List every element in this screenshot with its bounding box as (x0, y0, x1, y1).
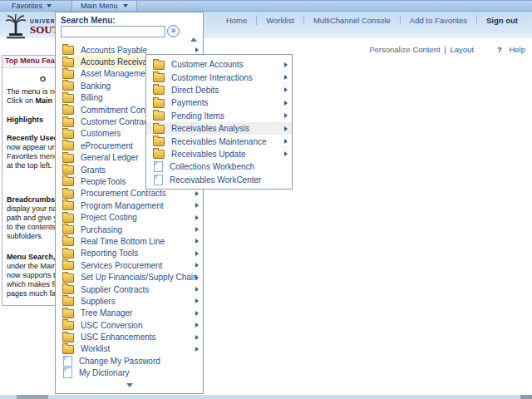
menu-item-label: Receivables Maintenance (171, 137, 267, 146)
menu-item-label: Customers (81, 129, 121, 138)
help-link[interactable]: Help (509, 45, 525, 54)
search-label: Search Menu: (56, 12, 203, 25)
folder-icon (62, 141, 74, 150)
folder-icon (62, 106, 74, 115)
menu-item-label: Tree Manager (81, 308, 132, 318)
search-input[interactable] (61, 26, 165, 37)
menu-item-reporting-tools[interactable]: Reporting Tools (56, 248, 203, 259)
submenu-list: Customer AccountsCustomer InteractionsDi… (146, 58, 292, 186)
folder-icon (62, 214, 74, 223)
horizontal-scrollbar[interactable] (0, 395, 532, 399)
menu-item-worklist[interactable]: Worklist (56, 343, 203, 355)
chevron-down-icon (123, 4, 128, 7)
main-menu-button[interactable]: Main Menu (71, 1, 137, 11)
folder-icon (62, 94, 74, 103)
menu-item-suppliers[interactable]: Suppliers (56, 295, 203, 307)
submenu-arrow-icon (195, 203, 199, 208)
folder-icon (62, 70, 74, 79)
submenu-arrow-icon (195, 251, 199, 256)
submenu-arrow-icon (284, 75, 288, 80)
menu-item-services-procurement[interactable]: Services Procurement (56, 259, 203, 271)
menu-item-label: Program Management (81, 201, 164, 210)
menu-item-receivables-maintenance[interactable]: Receivables Maintenance (146, 135, 292, 147)
menu-item-pending-items[interactable]: Pending Items (146, 110, 292, 122)
folder-icon (153, 73, 165, 82)
menu-item-label: Change My Password (79, 357, 160, 366)
menu-item-label: USC Conversion (81, 321, 142, 330)
menu-item-customer-accounts[interactable]: Customer Accounts (146, 58, 292, 71)
folder-icon (153, 150, 165, 159)
pagelet-text: now supports t (7, 271, 56, 279)
search-go-button[interactable]: » (167, 25, 180, 37)
menu-item-project-costing[interactable]: Project Costing (56, 211, 203, 223)
menu-item-change-my-password[interactable]: Change My Password (56, 355, 203, 367)
pagelet-text: subfolders. (7, 232, 43, 240)
scrollbar-corner (520, 395, 532, 399)
menu-item-label: Customer Interactions (171, 73, 253, 82)
pagelet-text: which makes fi (7, 280, 56, 288)
submenu-arrow-icon (195, 347, 199, 352)
submenu-arrow-icon (195, 227, 199, 232)
menu-item-receivables-workcenter[interactable]: Receivables WorkCenter (146, 174, 292, 186)
menu-item-label: PeopleTools (81, 177, 126, 186)
menu-item-payments[interactable]: Payments (146, 96, 292, 109)
favorites-label: Favorites (12, 2, 42, 10)
help-icon: ? (497, 45, 502, 54)
header-link-multichannel-console[interactable]: MultiChannel Console (303, 16, 400, 25)
menu-item-label: My Dictionary (79, 368, 130, 377)
folder-icon (62, 297, 74, 306)
header-link-worklist[interactable]: Worklist (256, 16, 303, 25)
menu-item-label: Customer Contracts (81, 117, 155, 126)
chevron-down-icon (47, 4, 52, 7)
menu-item-label: Worklist (81, 344, 110, 353)
menu-item-label: Customer Accounts (171, 60, 244, 69)
scroll-up-icon[interactable] (190, 37, 197, 42)
menu-item-real-time-bottom-line[interactable]: Real Time Bottom Line (56, 235, 203, 247)
folder-icon (62, 165, 74, 175)
menu-item-direct-debits[interactable]: Direct Debits (146, 84, 292, 96)
peoplesoft-screen: Favorites Main Menu UNIV (0, 0, 532, 399)
menu-item-collections-workbench[interactable]: Collections Workbench (146, 160, 292, 173)
logo-south-text: SOUTH (30, 24, 57, 35)
submenu-arrow-icon (195, 47, 199, 52)
folder-icon (62, 225, 74, 234)
header-link-add-to-favorites[interactable]: Add to Favorites (400, 16, 476, 25)
menu-item-label: Receivables Analysis (171, 124, 249, 133)
scroll-down-icon[interactable] (126, 383, 133, 387)
scrollbar-thumb[interactable] (17, 395, 48, 399)
menu-item-usc-conversion[interactable]: USC Conversion (56, 319, 203, 331)
top-menubar: Favorites Main Menu (0, 0, 532, 12)
menu-search-area: Search Menu: » (56, 12, 203, 44)
page-icon (154, 175, 163, 185)
pagelet-text: Menu Search, (7, 253, 56, 261)
folder-icon (62, 285, 74, 294)
menu-item-customer-interactions[interactable]: Customer Interactions (146, 71, 292, 83)
menu-item-label: Procurement Contracts (81, 189, 166, 198)
pagelet-text: display your na (7, 204, 57, 213)
menu-item-program-management[interactable]: Program Management (56, 200, 203, 211)
personalize-content-link[interactable]: Content (412, 45, 440, 54)
folder-icon (153, 99, 165, 108)
folder-icon (62, 130, 74, 139)
personalize-layout-link[interactable]: Layout (450, 45, 474, 54)
pagelet-text: to the contents (7, 223, 56, 231)
submenu-arrow-icon (284, 126, 288, 131)
pagelet-text: Breadcrumbs (7, 195, 55, 204)
header-link-home[interactable]: Home (217, 16, 256, 25)
pagelet-text: The menu is no (7, 87, 58, 96)
folder-icon (62, 345, 74, 354)
menu-item-tree-manager[interactable]: Tree Manager (56, 308, 203, 319)
menu-item-supplier-contracts[interactable]: Supplier Contracts (56, 283, 203, 295)
menu-item-receivables-update[interactable]: Receivables Update (146, 148, 292, 160)
page-icon (63, 356, 72, 367)
menu-item-set-up-financials-supply-chain[interactable]: Set Up Financials/Supply Chain (56, 271, 203, 283)
menu-item-purchasing[interactable]: Purchasing (56, 224, 203, 235)
pagelet-text: path and give y (7, 214, 57, 222)
palmetto-tree-icon (4, 14, 27, 41)
menu-item-receivables-analysis[interactable]: Receivables Analysis (146, 122, 292, 135)
submenu-arrow-icon (195, 311, 199, 316)
submenu-arrow-icon (284, 151, 288, 156)
menu-item-usc-enhancements[interactable]: USC Enhancements (56, 331, 203, 342)
favorites-menu-button[interactable]: Favorites (0, 1, 60, 11)
header-link-sign-out[interactable]: Sign out (476, 16, 527, 25)
